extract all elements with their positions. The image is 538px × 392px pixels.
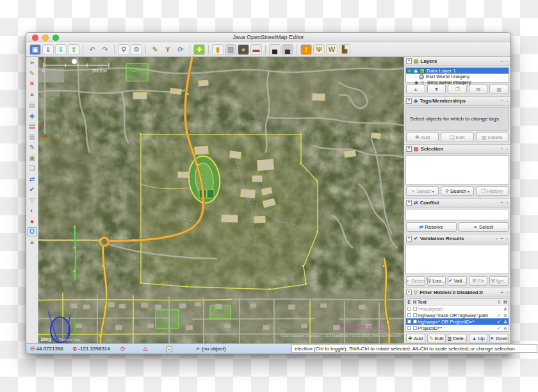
- selection-select-button[interactable]: ➢ Select ▾: [406, 186, 439, 196]
- collapse-icon[interactable]: ▾: [406, 200, 412, 206]
- layer-duplicate-button[interactable]: ❐: [448, 85, 467, 94]
- collapse-icon[interactable]: ▾: [406, 290, 412, 295]
- preset-bus-button[interactable]: ▄: [282, 44, 293, 55]
- selection-panel-header[interactable]: ▾ ▤ Selection − ▫: [404, 145, 510, 154]
- imagery-dialog-button[interactable]: ▣: [28, 154, 37, 163]
- move-mode-button[interactable]: ✚: [193, 44, 205, 55]
- filter-up-button[interactable]: ▲ Up: [469, 334, 488, 343]
- pin-icon[interactable]: −: [500, 59, 503, 63]
- preset-wall-button[interactable]: ▬: [250, 44, 262, 55]
- save-button[interactable]: ⇓: [42, 44, 54, 55]
- selected-way-green[interactable]: [75, 227, 76, 281]
- preferences-button[interactable]: ⚙: [131, 44, 142, 55]
- hide-checkbox[interactable]: [413, 320, 417, 323]
- zoom-search-button[interactable]: ⚲: [118, 44, 129, 55]
- enable-checkbox[interactable]: [407, 320, 411, 323]
- pin-icon[interactable]: −: [500, 236, 503, 241]
- tags-panel-header[interactable]: ▾ ◈ Tags/Memberships − ▫: [404, 97, 510, 106]
- west-road-way[interactable]: [38, 240, 100, 240]
- preset-works-button[interactable]: ▙: [339, 44, 350, 55]
- pin-icon[interactable]: −: [500, 290, 503, 295]
- selected-node[interactable]: [72, 59, 77, 64]
- layer-down-button[interactable]: ▼: [427, 85, 446, 94]
- preset-restaurant-button[interactable]: Ψ: [313, 44, 325, 55]
- collapse-icon[interactable]: ▾: [406, 236, 412, 241]
- preset-waterpark-button[interactable]: W: [326, 44, 338, 55]
- collapse-icon[interactable]: ▾: [406, 98, 412, 104]
- layers-dialog-button[interactable]: ▤: [28, 101, 37, 110]
- collapse-icon[interactable]: ▾: [406, 58, 412, 64]
- filter-edit-button[interactable]: ✎ Edit: [427, 334, 446, 343]
- collapse-icon[interactable]: ▾: [406, 146, 412, 152]
- filter-dialog-button[interactable]: ▽: [28, 196, 37, 205]
- filter-row[interactable]: ProjectID=* ✓ A: [406, 325, 509, 331]
- enable-checkbox[interactable]: [407, 326, 411, 330]
- layer-row-data[interactable]: ✔ ◉ Data Layer 1: [406, 68, 509, 74]
- preset-warning-button[interactable]: !: [300, 44, 312, 55]
- visibility-eye-icon[interactable]: ◉: [414, 69, 418, 73]
- conflict-panel-header[interactable]: ▾ ⇄ Conflict − ▫: [404, 199, 510, 208]
- validate-button[interactable]: ✔ Vali...: [448, 276, 467, 286]
- split-way-button[interactable]: Y: [162, 44, 174, 55]
- terms-of-use-link[interactable]: Terms of Use: [59, 338, 79, 341]
- command-stack-dialog-button[interactable]: ❏: [28, 164, 37, 173]
- preset-highway-button[interactable]: ▥: [225, 44, 236, 55]
- collapse-dialogs-button[interactable]: »: [28, 238, 37, 247]
- hide-checkbox[interactable]: [413, 313, 417, 317]
- conflict-list[interactable]: [405, 209, 509, 220]
- download-data-button[interactable]: ⇩: [55, 44, 67, 55]
- preset-traffic-signal-button[interactable]: ●: [238, 44, 249, 55]
- pin-icon[interactable]: −: [500, 200, 503, 205]
- open-file-button[interactable]: ▣: [29, 44, 41, 55]
- filter-row[interactable]: *=heckyeah A: [406, 306, 509, 312]
- selection-dialog-button[interactable]: ▤: [28, 122, 37, 131]
- filter-delete-button[interactable]: ▥ Dele...: [448, 334, 467, 343]
- notes-dialog-button[interactable]: ●: [28, 217, 37, 226]
- detach-icon[interactable]: ▫: [506, 200, 509, 205]
- visibility-eye-icon[interactable]: ○: [414, 74, 417, 79]
- relations-dialog-button[interactable]: ▦: [28, 133, 37, 142]
- draw-node-mode-button[interactable]: ✎: [28, 69, 37, 78]
- conflict-select-button[interactable]: ➢ Select: [459, 222, 509, 232]
- detach-icon[interactable]: ▫: [506, 290, 509, 295]
- validation-select-button[interactable]: ➢ Select: [406, 276, 425, 286]
- close-window-button[interactable]: [32, 35, 38, 41]
- ignore-button[interactable]: ⚒ Ign...: [489, 276, 509, 286]
- enable-checkbox[interactable]: [407, 313, 411, 317]
- pin-icon[interactable]: −: [500, 147, 503, 151]
- layer-delete-button[interactable]: ▥: [489, 85, 509, 94]
- draw-way-button[interactable]: ✎: [149, 44, 161, 55]
- detach-icon[interactable]: ▫: [506, 147, 509, 151]
- popup-icon[interactable]: ▫: [495, 236, 498, 241]
- layer-up-button[interactable]: ▲: [406, 85, 425, 94]
- pin-icon[interactable]: −: [500, 99, 503, 103]
- selection-history-button[interactable]: ❐ History: [476, 186, 509, 196]
- filter-row[interactable]: highway=track OR highway=path ✓ A: [406, 312, 509, 318]
- lookup-button[interactable]: ⚲ Loo...: [427, 276, 446, 286]
- preset-car-button[interactable]: ▄: [269, 44, 281, 55]
- map-view[interactable]: 0 200.0 m Bing Terms of Use © 2016 Micro…: [38, 57, 404, 343]
- layers-panel-header[interactable]: ▾ ▤ Layers − ▫: [404, 57, 510, 66]
- detach-icon[interactable]: ▫: [506, 99, 509, 103]
- zoom-window-button[interactable]: [53, 35, 59, 41]
- map-canvas[interactable]: 0 200.0 m Bing Terms of Use © 2016 Micro…: [38, 57, 403, 343]
- fix-button[interactable]: ⚒ Fix: [469, 276, 488, 286]
- conflict-dialog-button[interactable]: ⇄: [28, 175, 37, 184]
- upload-data-button[interactable]: ⇧: [68, 44, 79, 55]
- add-tag-button[interactable]: ✚ Add: [406, 133, 439, 142]
- select-mode-button[interactable]: ➢: [28, 58, 37, 67]
- hide-checkbox[interactable]: [413, 307, 417, 311]
- improve-way-mode-button[interactable]: ✕: [28, 79, 37, 88]
- filter-row-selected[interactable]: highway=* OR ProjectID=* ✓ A: [406, 318, 509, 325]
- changeset-dialog-button[interactable]: O: [28, 227, 37, 236]
- hide-checkbox[interactable]: [413, 326, 417, 330]
- redo-button[interactable]: ↷: [99, 44, 111, 55]
- update-data-button[interactable]: ⟳: [175, 44, 186, 55]
- selection-list[interactable]: [405, 155, 509, 184]
- delete-tag-button[interactable]: ▥ Delete: [476, 133, 509, 142]
- filter-down-button[interactable]: ▼ Down: [489, 334, 509, 343]
- preset-barrier-button[interactable]: ▮: [212, 44, 224, 55]
- undo-button[interactable]: ↶: [86, 44, 98, 55]
- styles-dialog-button[interactable]: ◐: [28, 206, 37, 215]
- validator-dialog-button[interactable]: ✔: [28, 185, 37, 194]
